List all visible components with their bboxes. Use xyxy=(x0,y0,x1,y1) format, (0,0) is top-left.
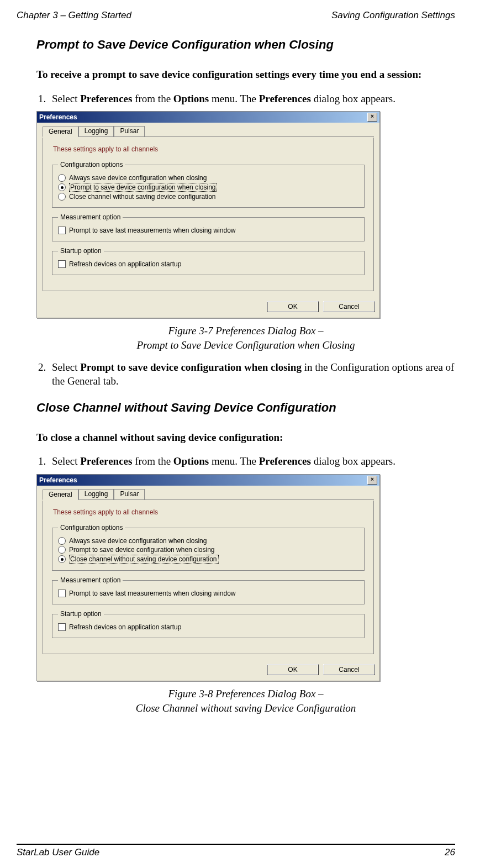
step-2: Select Prompt to save device configurati… xyxy=(49,360,455,388)
legend-meas: Measurement option xyxy=(58,213,123,221)
tab-general[interactable]: General xyxy=(43,490,78,500)
label-prompt-measurements: Prompt to save last measurements when cl… xyxy=(69,590,235,597)
txt: Select xyxy=(52,455,80,467)
legend-config: Configuration options xyxy=(58,524,125,532)
checkbox-prompt-measurements[interactable] xyxy=(58,227,66,234)
caption-line: Close Channel without saving Device Conf… xyxy=(136,702,356,714)
group-startup-option: Startup option Refresh devices on applic… xyxy=(52,610,365,638)
step-1: Select Preferences from the Options menu… xyxy=(49,92,455,106)
ok-button[interactable]: OK xyxy=(267,301,319,312)
legend-meas: Measurement option xyxy=(58,576,123,584)
bold: Preferences xyxy=(80,93,132,104)
footer-page-number: 26 xyxy=(445,847,455,858)
preferences-dialog-1: Preferences × General Logging Pulsar The… xyxy=(36,111,380,318)
radio-close-without-save[interactable] xyxy=(58,555,66,563)
tab-pulsar[interactable]: Pulsar xyxy=(114,489,145,499)
cancel-button[interactable]: Cancel xyxy=(323,664,375,675)
settings-note: These settings apply to all channels xyxy=(53,508,365,516)
txt: dialog box appears. xyxy=(311,455,395,467)
legend-start: Startup option xyxy=(58,610,104,618)
dialog-title: Preferences xyxy=(39,113,77,121)
label-always-save: Always save device configuration when cl… xyxy=(69,537,207,545)
label-prompt-save: Prompt to save device configuration when… xyxy=(69,183,217,192)
group-startup-option: Startup option Refresh devices on applic… xyxy=(52,247,365,275)
heading-close-channel: Close Channel without Saving Device Conf… xyxy=(36,401,455,415)
bold: Options xyxy=(173,455,209,467)
close-icon[interactable]: × xyxy=(367,476,377,485)
caption-line: Figure 3-8 Preferences Dialog Box – xyxy=(168,688,323,699)
lead-prompt-save: To receive a prompt to save device confi… xyxy=(36,67,455,82)
radio-prompt-save[interactable] xyxy=(58,546,66,554)
header-right: Saving Configuration Settings xyxy=(331,10,455,21)
bold: Prompt to save device configuration when… xyxy=(80,361,302,373)
bold: Preferences xyxy=(80,455,132,467)
txt: Select xyxy=(52,361,80,373)
label-refresh-startup: Refresh devices on application startup xyxy=(69,623,181,631)
dialog-title: Preferences xyxy=(39,476,77,484)
txt: dialog box appears. xyxy=(311,93,395,104)
tab-pulsar[interactable]: Pulsar xyxy=(114,126,145,136)
checkbox-refresh-startup[interactable] xyxy=(58,623,66,631)
cancel-button[interactable]: Cancel xyxy=(323,301,375,312)
group-configuration-options: Configuration options Always save device… xyxy=(52,524,365,571)
label-close-without-save: Close channel without saving device conf… xyxy=(69,555,219,564)
header-left: Chapter 3 – Getting Started xyxy=(17,10,131,21)
checkbox-refresh-startup[interactable] xyxy=(58,260,66,268)
bold: Options xyxy=(173,93,209,104)
bold: Preferences xyxy=(259,455,311,467)
txt: menu. The xyxy=(209,93,259,104)
figure-3-7-caption: Figure 3-7 Preferences Dialog Box – Prom… xyxy=(36,324,455,352)
label-prompt-save: Prompt to save device configuration when… xyxy=(69,546,214,554)
label-always-save: Always save device configuration when cl… xyxy=(69,174,207,182)
tab-logging[interactable]: Logging xyxy=(78,126,114,136)
radio-always-save[interactable] xyxy=(58,174,66,182)
label-prompt-measurements: Prompt to save last measurements when cl… xyxy=(69,227,235,234)
lead-close-channel: To close a channel without saving device… xyxy=(36,430,455,445)
legend-start: Startup option xyxy=(58,247,104,255)
figure-3-8-caption: Figure 3-8 Preferences Dialog Box – Clos… xyxy=(36,687,455,715)
tab-general[interactable]: General xyxy=(43,127,78,137)
caption-line: Figure 3-7 Preferences Dialog Box – xyxy=(168,325,323,336)
txt: menu. The xyxy=(209,455,259,467)
group-measurement-option: Measurement option Prompt to save last m… xyxy=(52,576,365,604)
caption-line: Prompt to Save Device Configuration when… xyxy=(136,339,355,351)
label-close-without-save: Close channel without saving device conf… xyxy=(69,193,216,201)
preferences-dialog-2: Preferences × General Logging Pulsar The… xyxy=(36,474,380,681)
group-configuration-options: Configuration options Always save device… xyxy=(52,161,365,208)
txt: from the xyxy=(132,455,173,467)
tab-logging[interactable]: Logging xyxy=(78,489,114,499)
bold: Preferences xyxy=(259,93,311,104)
label-refresh-startup: Refresh devices on application startup xyxy=(69,260,181,268)
settings-note: These settings apply to all channels xyxy=(53,145,365,153)
heading-prompt-save: Prompt to Save Device Configuration when… xyxy=(36,38,455,52)
txt: Select xyxy=(52,93,80,104)
radio-close-without-save[interactable] xyxy=(58,193,66,201)
checkbox-prompt-measurements[interactable] xyxy=(58,590,66,597)
ok-button[interactable]: OK xyxy=(267,664,319,675)
step-1b: Select Preferences from the Options menu… xyxy=(49,454,455,469)
group-measurement-option: Measurement option Prompt to save last m… xyxy=(52,213,365,241)
radio-always-save[interactable] xyxy=(58,537,66,545)
txt: from the xyxy=(132,93,173,104)
close-icon[interactable]: × xyxy=(367,113,377,122)
footer-left: StarLab User Guide xyxy=(17,847,99,858)
radio-prompt-save[interactable] xyxy=(58,183,66,191)
legend-config: Configuration options xyxy=(58,161,125,169)
